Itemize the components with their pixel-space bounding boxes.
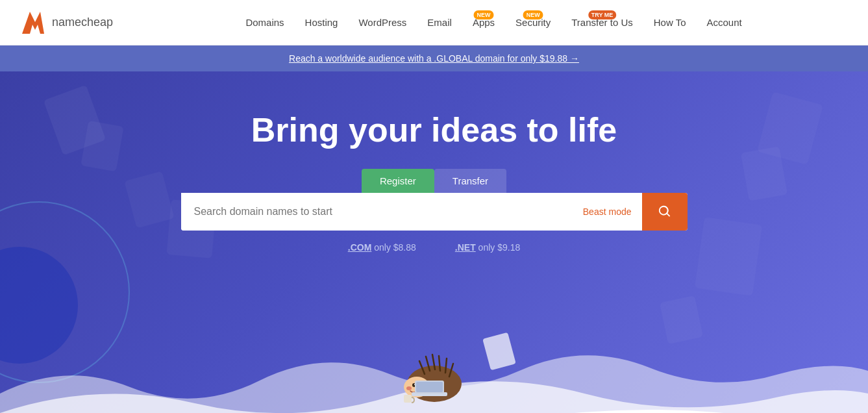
svg-rect-15 (404, 395, 412, 403)
search-bar: Beast mode (181, 193, 688, 231)
svg-marker-0 (22, 12, 44, 34)
nav-links: Domains Hosting WordPress Email NEW Apps… (139, 12, 849, 33)
nav-item-security[interactable]: NEW Security (506, 12, 560, 33)
nav-item-email[interactable]: Email (418, 12, 461, 33)
hero-title: Bring your ideas to life (251, 110, 617, 149)
search-tabs: Register Transfer (362, 169, 506, 193)
nav-item-account[interactable]: Account (697, 12, 750, 33)
navbar: namecheap Domains Hosting WordPress Emai… (0, 0, 868, 45)
search-icon (658, 205, 672, 219)
net-price: .NET only $9.18 (455, 242, 520, 253)
hedgehog-character (376, 329, 493, 407)
net-price-text: only $9.18 (478, 242, 521, 253)
svg-rect-14 (416, 382, 443, 392)
promo-link[interactable]: Reach a worldwide audience with a .GLOBA… (289, 53, 579, 64)
search-button[interactable] (642, 193, 688, 231)
com-tld-link[interactable]: .COM (348, 242, 372, 253)
hedgehog-illustration (392, 335, 477, 407)
beast-mode-label[interactable]: Beast mode (573, 206, 642, 217)
hero-section: Bring your ideas to life Register Transf… (0, 71, 868, 413)
namecheap-logo-icon (19, 9, 47, 36)
tab-transfer[interactable]: Transfer (434, 169, 506, 193)
transfer-badge: TRY ME (588, 10, 617, 19)
com-price: .COM only $8.88 (348, 242, 416, 253)
deco-shape-2 (81, 121, 123, 171)
nav-item-howto[interactable]: How To (645, 12, 695, 33)
com-price-text: only $8.88 (374, 242, 416, 253)
nav-item-hosting[interactable]: Hosting (296, 12, 347, 33)
apps-badge: NEW (473, 10, 493, 19)
nav-item-apps[interactable]: NEW Apps (464, 12, 504, 33)
tab-register[interactable]: Register (362, 169, 434, 193)
nav-item-wordpress[interactable]: WordPress (349, 12, 415, 33)
deco-shape-3 (124, 171, 174, 229)
net-tld-link[interactable]: .NET (455, 242, 476, 253)
search-input[interactable] (181, 193, 573, 231)
promo-banner: Reach a worldwide audience with a .GLOBA… (0, 45, 868, 71)
price-hints: .COM only $8.88 .NET only $9.18 (348, 242, 520, 253)
svg-point-11 (406, 386, 412, 390)
deco-shape-6 (741, 146, 787, 201)
security-badge: NEW (523, 10, 543, 19)
logo-link[interactable]: namecheap (19, 9, 113, 36)
logo-text: namecheap (52, 16, 113, 29)
nav-item-transfer[interactable]: TRY ME Transfer to Us (562, 12, 641, 33)
deco-shape-7 (695, 217, 762, 295)
nav-item-domains[interactable]: Domains (236, 12, 293, 33)
